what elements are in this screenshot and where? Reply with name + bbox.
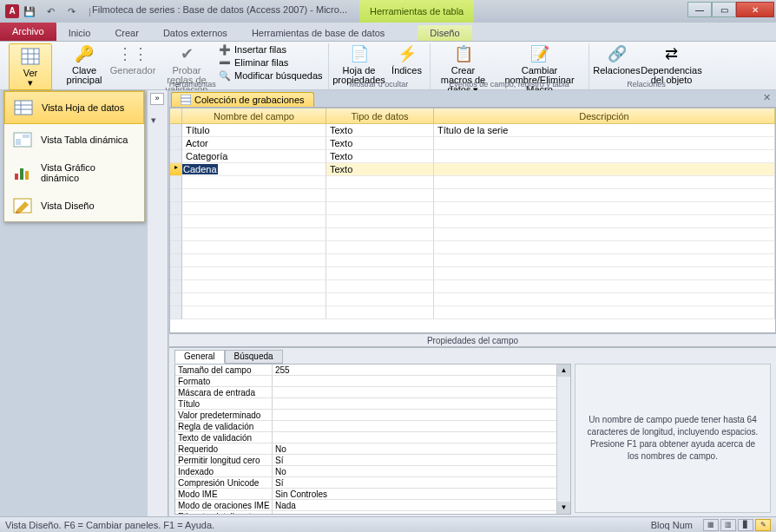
table-row[interactable] (170, 176, 775, 189)
property-row[interactable]: Texto de validación (175, 432, 570, 443)
data-type-cell[interactable] (326, 228, 434, 241)
field-name-cell[interactable]: Título (182, 124, 326, 137)
document-tab[interactable]: Colección de grabaciones (171, 92, 314, 107)
minimize-button[interactable]: — (687, 2, 712, 17)
property-row[interactable]: Permitir longitud ceroSí (175, 455, 570, 466)
description-cell[interactable] (434, 280, 775, 293)
tab-inicio[interactable]: Inicio (56, 25, 103, 41)
field-name-cell[interactable] (182, 280, 326, 293)
nav-filter-icon[interactable]: ▾ (151, 115, 163, 127)
indexes-button[interactable]: ⚡ Índices (390, 43, 424, 76)
table-row[interactable] (170, 280, 775, 293)
description-cell[interactable] (434, 293, 775, 306)
data-type-cell[interactable] (326, 202, 434, 215)
description-cell[interactable] (434, 267, 775, 280)
field-name-cell[interactable] (182, 215, 326, 228)
description-cell[interactable] (434, 137, 775, 150)
property-value[interactable] (273, 421, 570, 431)
table-row[interactable] (170, 202, 775, 215)
property-row[interactable]: Compresión UnicodeSí (175, 477, 570, 489)
tab-crear[interactable]: Crear (102, 25, 151, 41)
property-row[interactable]: Formato (175, 376, 570, 387)
view-design-item[interactable]: Vista Diseño (4, 190, 144, 221)
view-datasheet-item[interactable]: Vista Hoja de datos (4, 91, 144, 124)
property-value[interactable] (273, 511, 570, 515)
table-row[interactable]: ▸CadenaTexto (170, 163, 775, 176)
table-row[interactable] (170, 267, 775, 280)
row-selector[interactable]: ▸ (170, 163, 182, 176)
scroll-up-icon[interactable]: ▲ (557, 365, 570, 377)
property-row[interactable]: Valor predeterminado (175, 410, 570, 421)
view-pivotchart-shortcut[interactable]: ▊ (738, 519, 753, 531)
view-pivot-table-item[interactable]: Vista Tabla dinámica (4, 124, 144, 155)
property-value[interactable]: Sin Controles (273, 489, 570, 499)
tab-datos-externos[interactable]: Datos externos (151, 25, 240, 41)
property-value[interactable]: 255 (273, 365, 570, 375)
scroll-down-icon[interactable]: ▼ (557, 502, 570, 514)
data-type-cell[interactable] (326, 215, 434, 228)
data-type-cell[interactable] (326, 241, 434, 254)
description-cell[interactable]: Título de la serie (434, 124, 775, 137)
data-type-cell[interactable] (326, 254, 434, 267)
property-value[interactable] (273, 376, 570, 386)
field-name-cell[interactable] (182, 254, 326, 267)
property-value[interactable]: No (273, 443, 570, 454)
data-type-cell[interactable] (326, 267, 434, 280)
table-row[interactable] (170, 189, 775, 202)
field-name-cell[interactable]: Actor (182, 137, 326, 150)
property-value[interactable] (273, 410, 570, 420)
table-row[interactable]: CategoríaTexto (170, 150, 775, 163)
row-selector[interactable] (170, 254, 182, 267)
property-row[interactable]: Modo de oraciones IMENada (175, 500, 570, 511)
data-type-cell[interactable]: Texto (326, 150, 434, 163)
data-type-cell[interactable] (326, 293, 434, 306)
field-name-cell[interactable] (182, 228, 326, 241)
data-type-cell[interactable] (326, 306, 434, 319)
description-cell[interactable] (434, 254, 775, 267)
row-selector[interactable] (170, 267, 182, 280)
undo-icon[interactable]: ↶ (43, 4, 57, 18)
close-button[interactable]: ✕ (736, 2, 774, 17)
tab-herramientas-bd[interactable]: Herramientas de base de datos (240, 25, 397, 41)
table-row[interactable] (170, 306, 775, 319)
view-button[interactable]: Ver▾ (9, 43, 52, 90)
property-value[interactable] (273, 398, 570, 409)
row-selector[interactable] (170, 137, 182, 150)
data-type-cell[interactable]: Texto (326, 137, 434, 150)
field-name-cell[interactable] (182, 202, 326, 215)
row-selector[interactable] (170, 189, 182, 202)
description-cell[interactable] (434, 150, 775, 163)
property-row[interactable]: Modo IMESin Controles (175, 489, 570, 500)
data-type-cell[interactable]: Texto (326, 124, 434, 137)
table-row[interactable] (170, 215, 775, 228)
property-value[interactable]: Sí (273, 455, 570, 465)
field-name-cell[interactable] (182, 306, 326, 319)
description-cell[interactable] (434, 228, 775, 241)
modify-lookups-button[interactable]: 🔍Modificar búsquedas (219, 69, 323, 82)
data-type-cell[interactable]: Texto (326, 163, 434, 176)
row-selector[interactable] (170, 176, 182, 189)
nav-expand-button[interactable]: » (150, 93, 164, 105)
property-row[interactable]: Tamaño del campo255 (175, 365, 570, 376)
table-row[interactable] (170, 293, 775, 306)
view-pivottable-shortcut[interactable]: ▥ (720, 519, 736, 531)
description-cell[interactable] (434, 163, 775, 176)
document-close-button[interactable]: ✕ (760, 92, 773, 104)
field-name-cell[interactable] (182, 189, 326, 202)
description-cell[interactable] (434, 215, 775, 228)
description-cell[interactable] (434, 176, 775, 189)
description-cell[interactable] (434, 306, 775, 319)
data-type-cell[interactable] (326, 189, 434, 202)
relationships-button[interactable]: 🔗 Relaciones (595, 43, 640, 76)
table-row[interactable]: ActorTexto (170, 137, 775, 150)
row-selector[interactable] (170, 280, 182, 293)
table-row[interactable] (170, 241, 775, 254)
property-value[interactable]: Nada (273, 500, 570, 510)
property-row[interactable]: IndexadoNo (175, 466, 570, 477)
table-row[interactable] (170, 254, 775, 267)
col-data-type[interactable]: Tipo de datos (326, 108, 434, 124)
redo-icon[interactable]: ↷ (64, 4, 78, 18)
row-selector[interactable] (170, 124, 182, 137)
description-cell[interactable] (434, 202, 775, 215)
file-tab[interactable]: Archivo (0, 22, 56, 41)
